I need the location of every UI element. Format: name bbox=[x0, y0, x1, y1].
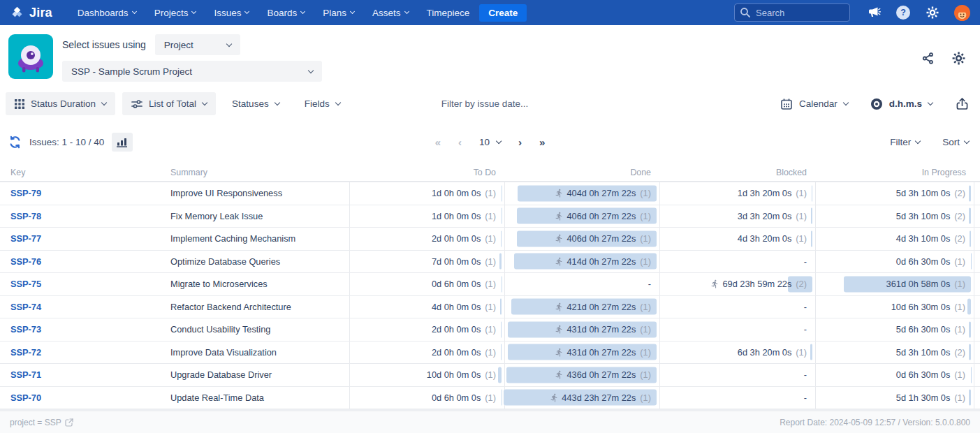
issue-key-link[interactable]: SSP-79 bbox=[10, 188, 41, 198]
duration-value: 443d 23h 27m 22s(1) bbox=[550, 392, 651, 403]
issue-key-link[interactable]: SSP-77 bbox=[10, 233, 41, 244]
megaphone-icon[interactable] bbox=[867, 6, 881, 20]
calendar-dropdown[interactable]: Calendar bbox=[771, 92, 857, 115]
cell-summary: Refactor Backend Architecture bbox=[162, 296, 349, 318]
chevron-down-icon bbox=[496, 138, 502, 143]
sort-dropdown[interactable]: Sort bbox=[942, 137, 969, 147]
duration-bar bbox=[969, 321, 971, 337]
nav-item-projects[interactable]: Projects bbox=[154, 8, 196, 18]
cell-todo: 10d 0h 0m 0s(1) bbox=[349, 364, 504, 386]
issue-key-link[interactable]: SSP-76 bbox=[10, 256, 41, 267]
gear-icon[interactable] bbox=[926, 6, 939, 20]
first-page-button[interactable]: « bbox=[435, 137, 441, 147]
project-select[interactable]: SSP - Sample Scrum Project bbox=[62, 61, 322, 82]
page-size-select[interactable]: 10 bbox=[479, 137, 501, 147]
nav-item-plans[interactable]: Plans bbox=[323, 8, 354, 18]
chevron-down-icon bbox=[101, 100, 107, 105]
report-type-dropdown[interactable]: Status Duration bbox=[6, 92, 115, 115]
table-header: Key Summary To Do Done Blocked In Progre… bbox=[0, 163, 980, 182]
nav-item-boards[interactable]: Boards bbox=[267, 8, 305, 18]
prev-page-button[interactable]: ‹ bbox=[458, 137, 462, 147]
export-button[interactable] bbox=[956, 97, 969, 110]
table-row: SSP-75Migrate to Microservices0d 6h 0m 0… bbox=[0, 273, 980, 296]
duration-bar bbox=[969, 390, 971, 406]
fields-dropdown[interactable]: Fields bbox=[295, 92, 349, 115]
chevron-down-icon bbox=[335, 100, 340, 105]
issue-key-link[interactable]: SSP-78 bbox=[10, 211, 41, 221]
duration-value: 1d 0h 0m 0s(1) bbox=[432, 211, 496, 221]
calendar-icon bbox=[780, 98, 793, 110]
next-page-button[interactable]: › bbox=[518, 137, 522, 147]
duration-value: 10d 6h 30m 0s(1) bbox=[891, 302, 965, 312]
cell-todo: 1d 0h 0m 0s(1) bbox=[349, 205, 504, 228]
cell-summary: Improve UI Responsiveness bbox=[162, 182, 349, 205]
cell-inprogress: 5d 6h 30m 0s(1) bbox=[815, 318, 974, 341]
issue-key-link[interactable]: SSP-75 bbox=[10, 279, 41, 289]
gear-icon[interactable] bbox=[951, 51, 966, 66]
duration-bar bbox=[970, 230, 971, 247]
issue-key-link[interactable]: SSP-71 bbox=[10, 369, 41, 380]
filter-by-issue-date-input[interactable]: Filter by issue date... bbox=[441, 98, 529, 109]
last-page-button[interactable]: » bbox=[539, 137, 545, 147]
cell-key: SSP-74 bbox=[0, 296, 162, 318]
cell-key: SSP-70 bbox=[0, 387, 162, 409]
nav-item-assets[interactable]: Assets bbox=[372, 8, 409, 18]
create-button[interactable]: Create bbox=[479, 4, 527, 22]
cell-summary: Migrate to Microservices bbox=[162, 273, 349, 295]
table-row: SSP-78Fix Memory Leak Issue1d 0h 0m 0s(1… bbox=[0, 205, 980, 228]
chevron-down-icon bbox=[274, 100, 279, 105]
search-input[interactable] bbox=[734, 3, 850, 22]
sliders-icon bbox=[131, 99, 142, 109]
chart-view-button[interactable] bbox=[112, 133, 133, 152]
duration-value: 404d 0h 27m 22s(1) bbox=[555, 188, 651, 198]
duration-value: 10d 0h 0m 0s(1) bbox=[427, 369, 496, 380]
cell-inprogress: 5d 3h 10m 0s(2) bbox=[815, 205, 974, 228]
help-icon[interactable]: ? bbox=[895, 5, 911, 20]
nav-item-timepiece[interactable]: Timepiece bbox=[427, 8, 470, 18]
jira-brand[interactable]: Jira bbox=[10, 6, 52, 20]
view-mode-dropdown[interactable]: List of Total bbox=[122, 92, 216, 115]
issues-bar: Issues: 1 - 10 / 40 « ‹ 10 › » Filter So… bbox=[0, 129, 980, 154]
nav-item-issues[interactable]: Issues bbox=[214, 8, 249, 18]
chevron-down-icon bbox=[226, 41, 232, 46]
refresh-icon[interactable] bbox=[8, 135, 22, 149]
duration-bar bbox=[811, 230, 812, 247]
cell-inprogress: 361d 0h 58m 0s(1) bbox=[815, 273, 974, 295]
table-row: SSP-74Refactor Backend Architecture4d 0h… bbox=[0, 296, 980, 319]
nav-item-dashboards[interactable]: Dashboards bbox=[78, 8, 136, 18]
duration-value: 69d 23h 59m 22s(2) bbox=[710, 279, 807, 289]
avatar[interactable] bbox=[954, 5, 970, 21]
duration-bar bbox=[498, 367, 502, 383]
chevron-down-icon bbox=[842, 100, 848, 105]
issue-key-link[interactable]: SSP-73 bbox=[10, 324, 41, 335]
statuses-dropdown[interactable]: Statuses bbox=[223, 92, 288, 115]
duration-bar bbox=[812, 185, 812, 201]
issue-key-link[interactable]: SSP-70 bbox=[10, 392, 41, 403]
select-issues-label: Select issues using bbox=[62, 39, 146, 50]
report-date-label: Report Date: 2024-05-09 12:57 / Version:… bbox=[780, 418, 970, 427]
time-units-dropdown[interactable]: d.h.m.s bbox=[861, 92, 942, 115]
duration-value: 436d 0h 27m 22s(1) bbox=[555, 369, 651, 380]
selector-controls: Select issues using Project SSP - Sample… bbox=[62, 34, 322, 82]
filter-dropdown[interactable]: Filter bbox=[890, 137, 920, 147]
nav-search bbox=[734, 3, 850, 22]
duration-bar bbox=[969, 185, 971, 201]
share-icon[interactable] bbox=[921, 52, 935, 65]
duration-value: 5d 3h 10m 0s(2) bbox=[896, 211, 965, 221]
cell-inprogress: 4d 3h 10m 0s(2) bbox=[815, 228, 974, 250]
duration-bar bbox=[969, 344, 971, 360]
cell-key: SSP-73 bbox=[0, 318, 162, 341]
jira-logo-icon bbox=[10, 6, 24, 20]
runner-icon bbox=[555, 325, 564, 334]
cell-todo: 0d 6h 0m 0s(1) bbox=[349, 273, 504, 295]
issue-key-link[interactable]: SSP-72 bbox=[10, 347, 41, 358]
selector-section: Select issues using Project SSP - Sample… bbox=[0, 25, 980, 89]
external-link-icon[interactable] bbox=[65, 418, 73, 427]
issue-key-link[interactable]: SSP-74 bbox=[10, 302, 41, 312]
table-row: SSP-70Update Real-Time Data0d 6h 0m 0s(1… bbox=[0, 387, 980, 410]
chevron-down-icon bbox=[308, 67, 314, 73]
cell-blocked: 3d 3h 20m 0s(1) bbox=[659, 205, 815, 228]
column-header-blocked: Blocked bbox=[659, 168, 815, 177]
issue-source-select[interactable]: Project bbox=[155, 34, 240, 55]
chevron-down-icon bbox=[915, 138, 921, 143]
